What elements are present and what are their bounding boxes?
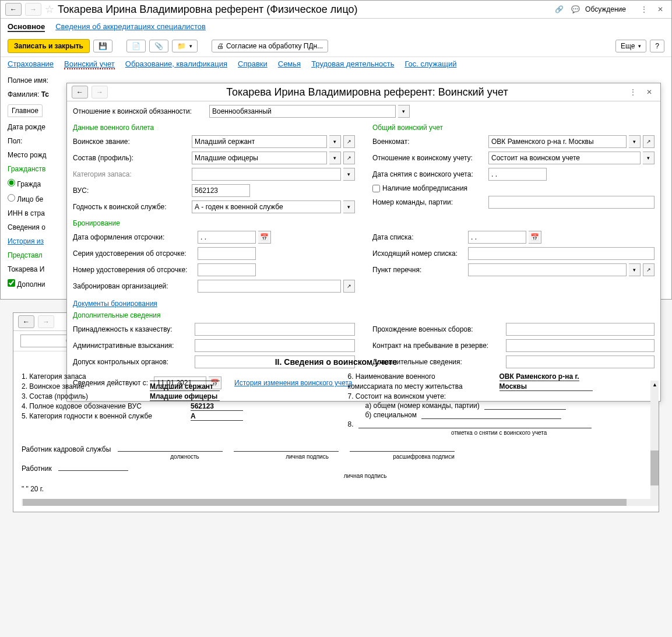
main-tabs: Основное Сведения об аккредитациях специ… bbox=[1, 19, 671, 36]
tab-accred[interactable]: Сведения об аккредитациях специалистов bbox=[55, 22, 206, 32]
booked-open[interactable]: ↗ bbox=[343, 280, 355, 293]
rel2-input[interactable] bbox=[488, 152, 641, 164]
defdate-input[interactable]: . . bbox=[198, 231, 256, 244]
hr-label: Работник кадровой службы bbox=[22, 445, 111, 453]
reserve-input[interactable] bbox=[506, 339, 655, 352]
comp-open[interactable]: ↗ bbox=[343, 152, 355, 164]
extra-check[interactable] bbox=[8, 279, 15, 287]
rpt-fwd[interactable]: → bbox=[38, 315, 54, 328]
train-input[interactable] bbox=[506, 323, 655, 336]
fit-input[interactable] bbox=[192, 200, 341, 213]
save-button[interactable]: 💾 bbox=[93, 40, 112, 52]
discuss-icon[interactable]: 💬 bbox=[569, 3, 582, 16]
doc-button[interactable]: 📄 bbox=[126, 40, 146, 52]
defser-label: Серия удостоверения об отсрочке: bbox=[73, 249, 195, 258]
mil-back[interactable]: ← bbox=[72, 86, 88, 98]
mil-close-icon[interactable]: ✕ bbox=[643, 86, 656, 98]
emp-sig bbox=[58, 470, 128, 471]
history-link[interactable]: История из bbox=[8, 237, 64, 245]
vus-input[interactable] bbox=[192, 184, 250, 197]
cossack-input[interactable] bbox=[195, 323, 355, 336]
citizen-radio2[interactable] bbox=[8, 194, 15, 202]
comp-input[interactable] bbox=[192, 152, 327, 164]
save-close-button[interactable]: Записать и закрыть bbox=[8, 39, 90, 53]
consent-label: Согласие на обработку ПДн... bbox=[226, 42, 323, 50]
rel-input[interactable] bbox=[209, 105, 396, 118]
consent-button[interactable]: 🖨 Согласие на обработку ПДн... bbox=[212, 40, 328, 52]
citizen-r2: Лицо бе bbox=[17, 195, 43, 203]
attach-button[interactable]: 📎 bbox=[149, 40, 168, 52]
outnum-label: Исходящий номер списка: bbox=[372, 249, 466, 258]
rpt-back[interactable]: ← bbox=[18, 315, 34, 328]
item-open[interactable]: ↗ bbox=[643, 263, 655, 276]
tab-main[interactable]: Основное bbox=[8, 22, 45, 32]
v-scrollbar[interactable]: ▲ bbox=[650, 381, 659, 506]
st-education[interactable]: Образование, квалификация bbox=[125, 59, 227, 69]
fullname-label: Полное имя: bbox=[8, 76, 64, 85]
booked-label: Забронирован организацией: bbox=[73, 282, 195, 290]
fit-dd[interactable]: ▾ bbox=[343, 200, 355, 213]
outnum-input[interactable] bbox=[468, 247, 655, 260]
pen-label: Административные взыскания: bbox=[73, 342, 192, 350]
comp-dd[interactable]: ▾ bbox=[329, 152, 341, 164]
kom-input[interactable] bbox=[488, 135, 627, 148]
star-icon[interactable]: ☆ bbox=[45, 3, 54, 16]
h-scrollbar[interactable] bbox=[22, 499, 650, 506]
st-family[interactable]: Семья bbox=[278, 59, 301, 69]
pen-input[interactable] bbox=[195, 339, 355, 352]
deregd-input[interactable]: . . bbox=[488, 168, 547, 181]
st-refs[interactable]: Справки bbox=[238, 59, 268, 69]
booked-input[interactable] bbox=[198, 280, 341, 293]
st-work[interactable]: Трудовая деятельность bbox=[311, 59, 394, 69]
kom-open[interactable]: ↗ bbox=[643, 135, 655, 148]
mob-check[interactable] bbox=[372, 185, 380, 192]
rpt-num-input[interactable] bbox=[20, 335, 73, 347]
help-button[interactable]: ? bbox=[650, 40, 664, 52]
r7b-line bbox=[421, 411, 561, 419]
r8: 8. bbox=[348, 420, 354, 428]
folder-button[interactable]: 📁▾ bbox=[172, 40, 198, 52]
nav-back[interactable]: ← bbox=[5, 3, 22, 16]
link-icon[interactable]: 🔗 bbox=[553, 3, 565, 16]
r5v: А bbox=[191, 412, 243, 421]
r3: 3. Состав (профиль) bbox=[22, 392, 150, 401]
nav-fwd[interactable]: → bbox=[25, 3, 41, 16]
rel2-dd[interactable]: ▾ bbox=[643, 152, 655, 164]
mob-label: Наличие мобпредписания bbox=[382, 184, 467, 192]
mil-fwd[interactable]: → bbox=[92, 86, 108, 98]
team-input[interactable] bbox=[488, 196, 655, 209]
st-insurance[interactable]: Страхование bbox=[8, 59, 54, 69]
cat-label: Категория запаса: bbox=[73, 170, 189, 178]
citizen-radio1[interactable] bbox=[8, 179, 15, 186]
rel-dd[interactable]: ▾ bbox=[398, 105, 410, 118]
vus-label: ВУС: bbox=[73, 186, 189, 195]
rank-dd[interactable]: ▾ bbox=[329, 135, 341, 148]
s1-header: Данные военного билета bbox=[73, 124, 355, 132]
item-dd[interactable]: ▾ bbox=[629, 263, 641, 276]
r5: 5. Категория годности к военной службе bbox=[22, 412, 191, 421]
defser-input[interactable] bbox=[198, 247, 256, 260]
kom-dd[interactable]: ▾ bbox=[629, 135, 641, 148]
rpt-heading: II. Сведения о воинском учете bbox=[22, 357, 650, 367]
bplace-label: Место рожд bbox=[8, 151, 64, 159]
rank-input[interactable] bbox=[192, 135, 327, 148]
defnum-input[interactable] bbox=[198, 263, 256, 276]
defdate-cal-icon[interactable]: 📅 bbox=[258, 231, 271, 244]
listdate-input[interactable]: . . bbox=[468, 231, 526, 244]
discuss-text[interactable]: Обсуждение bbox=[585, 5, 626, 13]
emp-sig-l: личная подпись bbox=[80, 473, 650, 479]
kebab-icon[interactable]: ⋮ bbox=[638, 3, 650, 16]
st-civil[interactable]: Гос. служащий bbox=[404, 59, 456, 69]
item-input[interactable] bbox=[468, 263, 627, 276]
item-label: Пункт перечня: bbox=[372, 266, 466, 274]
cat-dd[interactable]: ▾ bbox=[343, 168, 355, 181]
inner-tab-main[interactable]: Главное bbox=[8, 104, 43, 117]
mil-kebab-icon[interactable]: ⋮ bbox=[627, 86, 639, 98]
listdate-cal-icon[interactable]: 📅 bbox=[529, 231, 541, 244]
st-military[interactable]: Воинский учет bbox=[64, 59, 115, 69]
train-label: Прохождение военных сборов: bbox=[372, 325, 504, 333]
rank-open[interactable]: ↗ bbox=[343, 135, 355, 148]
docs-link[interactable]: Документы бронирования bbox=[73, 300, 157, 308]
close-icon[interactable]: ✕ bbox=[654, 3, 667, 16]
more-button[interactable]: Еще▾ bbox=[615, 40, 646, 52]
